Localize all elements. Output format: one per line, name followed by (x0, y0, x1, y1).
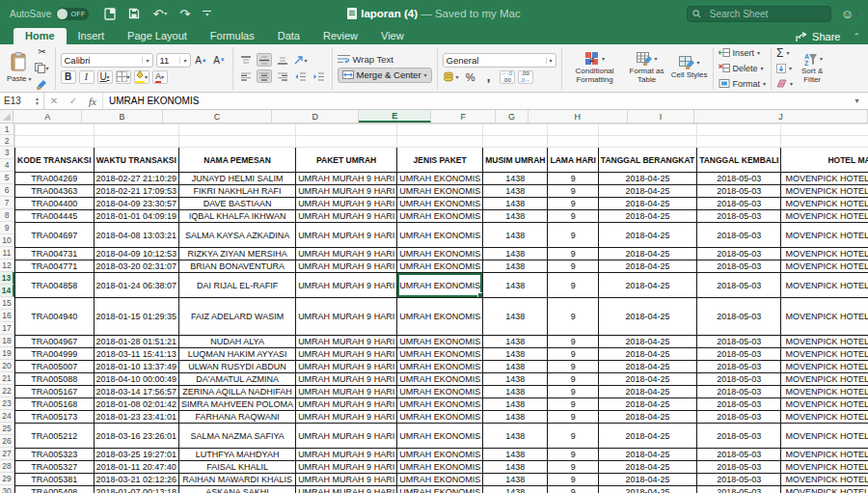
cell[interactable]: 2018-03-20 02:31:07 (94, 260, 179, 273)
cell[interactable]: UMRAH EKONOMIS (397, 411, 483, 424)
cell[interactable]: 2018-05-03 (697, 348, 781, 361)
cell[interactable]: ASKANA SAKHI (179, 486, 296, 493)
cell[interactable]: MOVENPICK HOTEL & RESIDENCE H (781, 348, 868, 361)
cell[interactable]: NUDAH ALYA (179, 336, 296, 348)
cell[interactable]: UMRAH EKONOMIS (397, 348, 483, 361)
header-cell[interactable]: TANGGAL BERANGKAT (598, 148, 696, 173)
share-button[interactable]: Share ⌃ (796, 31, 860, 44)
cell[interactable]: MOVENPICK HOTEL & RESIDENCE H (781, 449, 868, 461)
cell[interactable]: MOVENPICK HOTEL & RESIDENCE H (781, 424, 868, 449)
row-header-30[interactable]: 30 (0, 485, 14, 493)
cell[interactable]: 2018-01-23 23:41:01 (94, 411, 179, 424)
cell[interactable]: UMRAH MURAH 9 HARI (296, 474, 397, 486)
column-header-H[interactable]: H (529, 110, 628, 123)
cell[interactable] (15, 136, 95, 148)
cell[interactable]: 2018-02-27 21:10:29 (94, 173, 179, 185)
column-header-F[interactable]: F (431, 110, 496, 123)
row-header-23[interactable]: 23 (0, 397, 14, 410)
cell[interactable]: 1438 (483, 273, 548, 298)
cell[interactable]: UMRAH MURAH 9 HARI (296, 173, 397, 185)
cell[interactable]: 9 (548, 260, 598, 273)
cell[interactable]: SALMA KAYSA AZKADINA (179, 223, 296, 248)
cell[interactable]: 9 (548, 248, 598, 260)
row-header-13[interactable]: 13 (0, 272, 14, 285)
cell[interactable]: 2018-04-25 (598, 336, 696, 348)
cell[interactable] (94, 136, 179, 148)
cell[interactable]: UMRAH MURAH 9 HARI (296, 248, 397, 260)
cell[interactable]: 2018-03-14 17:56:57 (94, 386, 179, 398)
currency-icon[interactable]: ▾ (443, 70, 460, 84)
merge-center-button[interactable]: Merge & Center ▾ (338, 68, 432, 83)
cell[interactable]: IQBAL KHALFA IKHWAN (179, 210, 296, 223)
cell[interactable]: DA'AMATUL AZMINA (179, 373, 296, 386)
row-header-22[interactable]: 22 (0, 385, 14, 397)
conditional-formatting-button[interactable]: ≠▾ Conditional Formatting (567, 51, 623, 85)
cell[interactable]: 2018-04-25 (598, 373, 696, 386)
cell[interactable]: UMRAH MURAH 9 HARI (296, 361, 397, 373)
cell[interactable]: TRA004858 (15, 273, 95, 298)
undo-button[interactable]: ↶▾ (152, 8, 167, 20)
cell[interactable]: 9 (548, 411, 598, 424)
cell[interactable]: TRA005168 (15, 398, 95, 411)
row-header-25[interactable]: 25 (0, 423, 14, 435)
cell[interactable]: 2018-04-25 (598, 486, 696, 493)
cell[interactable]: LUQMAN HAKIM AYYASI (179, 348, 296, 361)
column-header-A[interactable]: A (14, 110, 82, 123)
cell[interactable]: 2018-04-25 (598, 173, 696, 185)
cell[interactable]: UMRAH MURAH 9 HARI (296, 411, 397, 424)
cell[interactable]: TRA005381 (15, 474, 95, 486)
cell[interactable]: 1438 (483, 449, 548, 461)
cell[interactable]: 2018-01-10 13:37:49 (94, 361, 179, 373)
cell[interactable]: MOVENPICK HOTEL & RESIDENCE H (781, 411, 868, 424)
header-cell[interactable]: PAKET UMRAH (296, 148, 397, 173)
cell[interactable] (548, 136, 598, 148)
orientation-icon[interactable]: ▾ (293, 53, 309, 67)
undo-caret-icon[interactable]: ▾ (164, 11, 167, 16)
cell[interactable]: UMRAH MURAH 9 HARI (296, 424, 397, 449)
expand-formula-bar-icon[interactable]: ▼ (854, 97, 860, 104)
cell[interactable]: 1438 (483, 298, 548, 336)
row-header-11[interactable]: 11 (0, 247, 14, 260)
cell[interactable]: TRA004940 (15, 298, 95, 336)
cell[interactable]: 9 (548, 273, 598, 298)
column-header-C[interactable]: C (163, 110, 273, 123)
cell[interactable]: 2018-04-25 (598, 474, 696, 486)
cell[interactable]: TRA005007 (15, 361, 95, 373)
cell[interactable]: UMRAH EKONOMIS (397, 260, 483, 273)
cell[interactable]: UMRAH EKONOMIS (397, 248, 483, 260)
cell[interactable]: 2018-04-25 (598, 424, 696, 449)
cell[interactable]: 2018-04-25 (598, 386, 696, 398)
cell[interactable]: SIMRA MAHVEEN POLOMA (179, 398, 296, 411)
cell[interactable]: 1438 (483, 461, 548, 474)
cell[interactable]: 1438 (483, 386, 548, 398)
cell[interactable] (397, 124, 483, 136)
cell[interactable] (483, 136, 548, 148)
cell[interactable]: MOVENPICK HOTEL & RESIDENCE H (781, 223, 868, 248)
cell[interactable]: UMRAH EKONOMIS (397, 361, 483, 373)
new-workbook-icon[interactable] (104, 8, 116, 20)
align-middle-icon[interactable] (257, 53, 272, 67)
cell[interactable]: SALMA NAZMA SAFIYA (179, 424, 296, 449)
cell[interactable]: MOVENPICK HOTEL & RESIDENCE H (781, 260, 868, 273)
cell[interactable]: 9 (548, 298, 598, 336)
autosave-toggle[interactable]: AutoSave OFF (10, 8, 89, 20)
decrease-font-icon[interactable]: A▼ (212, 53, 228, 67)
row-header-24[interactable]: 24 (0, 410, 14, 423)
merge-center-caret-icon[interactable]: ▾ (424, 71, 427, 78)
cell[interactable]: 2018-05-03 (697, 210, 781, 223)
cell[interactable]: 1438 (483, 210, 548, 223)
cell[interactable]: 2018-04-25 (598, 185, 696, 198)
cell[interactable]: MOVENPICK HOTEL & RESIDENCE H (781, 248, 868, 260)
cell[interactable] (548, 124, 598, 136)
number-format-select[interactable]: General▾ (443, 53, 556, 68)
cell[interactable]: LUTHFYA MAHDYAH (179, 449, 296, 461)
cell[interactable]: UMRAH EKONOMIS (397, 474, 483, 486)
cell[interactable]: ZERINA AQILLA NADHIFAH (179, 386, 296, 398)
font-name-select[interactable]: Calibri▾ (61, 53, 153, 68)
row-header-7[interactable]: 7 (0, 197, 14, 209)
cell[interactable]: UMRAH MURAH 9 HARI (296, 210, 397, 223)
cell[interactable]: 1438 (483, 223, 548, 248)
cell[interactable]: UMRAH MURAH 9 HARI (296, 373, 397, 386)
column-header-J[interactable]: J (694, 110, 868, 123)
cell[interactable]: 2018-01-11 20:47:40 (94, 461, 179, 474)
